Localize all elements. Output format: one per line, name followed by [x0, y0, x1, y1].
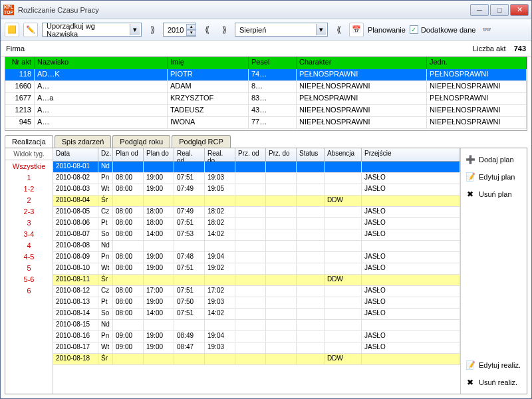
col-przod[interactable]: Prz. od: [235, 148, 266, 161]
delete-icon: ✖: [465, 189, 475, 200]
month-prev-button[interactable]: ⟫: [217, 23, 231, 37]
toolbar: 🟨 ✏️ Uporządkuj wg Nazwiska ▾ ⟫ 2010 ▴ ▾…: [1, 19, 531, 41]
minimize-button[interactable]: ─: [470, 4, 489, 16]
maximize-button[interactable]: □: [490, 4, 509, 16]
schedule-row[interactable]: 2010-08-08Nd: [53, 241, 460, 252]
delete-realiz-button[interactable]: ✖Usuń realiz.: [464, 375, 524, 390]
schedule-row[interactable]: 2010-08-03Wt08:0019:0007:4919:05JASŁO: [53, 184, 460, 196]
schedule-row[interactable]: 2010-08-17Wt09:0019:0008:4719:03JASŁO: [53, 342, 460, 354]
schedule-row[interactable]: 2010-08-18ŚrDDW: [53, 354, 460, 365]
employee-row[interactable]: 1677A…aKRZYSZTOF83…PEŁNOSPRAWNIPEŁNOSPRA…: [5, 93, 527, 105]
col-pesel[interactable]: Pesel: [249, 57, 297, 69]
col-planod[interactable]: Plan od: [113, 148, 144, 161]
schedule-row[interactable]: 2010-08-12Cz08:0017:0007:5117:02JASŁO: [53, 286, 460, 297]
tab-podgląd-roku[interactable]: Podgląd roku: [112, 135, 170, 148]
close-button[interactable]: ✕: [510, 4, 529, 16]
schedule-row[interactable]: 2010-08-04ŚrDDW: [53, 196, 460, 207]
schedule-row[interactable]: 2010-08-02Pn08:0019:0007:5119:03JASŁO: [53, 173, 460, 184]
col-absencja[interactable]: Absencja: [325, 148, 362, 161]
year-input[interactable]: 2010 ▴ ▾: [163, 23, 196, 37]
delete-icon: ✖: [465, 377, 475, 388]
year-next-button[interactable]: ⟪: [200, 23, 213, 37]
extra-data-checkbox[interactable]: ✓ Dodatkowe dane: [410, 25, 476, 34]
col-status[interactable]: Status: [297, 148, 325, 161]
app-window: KPLTOP Rozliczanie Czasu Pracy ─ □ ✕ 🟨 ✏…: [0, 0, 532, 399]
employee-row[interactable]: 945A…IWONA77…NIEPEŁNOSPRAWNINIEPEŁNOSPRA…: [5, 117, 527, 129]
firm-row: Firma Liczba akt 743: [1, 41, 531, 57]
col-realod[interactable]: Real. od: [174, 148, 205, 161]
filter-button-1[interactable]: 🟨: [5, 23, 19, 37]
week-item[interactable]: 2: [13, 194, 46, 205]
delete-plan-button[interactable]: ✖Usuń plan: [464, 187, 524, 201]
extra-data-label: Dodatkowe dane: [421, 26, 476, 34]
employee-rows[interactable]: 118AD…KPIOTR74…PEŁNOSPRAWNIPEŁNOSPRAWNI1…: [5, 69, 527, 130]
col-przejscie[interactable]: Przejście: [362, 148, 460, 161]
employee-row[interactable]: 118AD…KPIOTR74…PEŁNOSPRAWNIPEŁNOSPRAWNI: [5, 69, 527, 81]
year-up-button[interactable]: ▴: [186, 24, 196, 30]
schedule-row[interactable]: 2010-08-15Nd: [53, 320, 460, 331]
employee-row[interactable]: 1660A…ADAM8…NIEPEŁNOSPRAWNINIEPEŁNOSPRAW…: [5, 81, 527, 93]
month-next-button[interactable]: ⟪: [332, 23, 345, 37]
checkbox-icon: ✓: [410, 25, 418, 34]
edit-plan-button[interactable]: 📝Edytuj plan: [464, 170, 524, 184]
schedule-row[interactable]: 2010-08-13Pt08:0019:0007:5019:03JASŁO: [53, 297, 460, 309]
schedule-area: Data Dz. Plan od Plan do Real. od Real. …: [53, 148, 527, 394]
col-jedn[interactable]: Jedn.: [427, 57, 527, 69]
schedule-row[interactable]: 2010-08-11ŚrDDW: [53, 275, 460, 286]
schedule-row[interactable]: 2010-08-09Pn08:0019:0007:4819:04JASŁO: [53, 252, 460, 263]
schedule-row[interactable]: 2010-08-05Cz08:0018:0007:4918:02JASŁO: [53, 207, 460, 218]
week-item[interactable]: 3-4: [13, 228, 46, 239]
schedule-row[interactable]: 2010-08-07So08:0014:0007:5314:02JASŁO: [53, 229, 460, 241]
add-icon: ➕: [465, 154, 475, 165]
edit-icon: 📝: [465, 172, 475, 182]
firm-label: Firma: [6, 45, 25, 53]
week-item[interactable]: 1-2: [13, 183, 46, 194]
week-item[interactable]: 4-5: [13, 251, 46, 262]
window-title: Rozliczanie Czasu Pracy: [18, 6, 470, 14]
chevron-down-icon: ▾: [130, 24, 140, 35]
tab-spis-zdarzeń[interactable]: Spis zdarzeń: [55, 135, 112, 148]
planning-label[interactable]: Planowanie: [368, 26, 406, 34]
calendar-icon[interactable]: 📅: [349, 23, 364, 37]
year-down-button[interactable]: ▾: [186, 30, 196, 36]
glasses-icon[interactable]: 👓: [479, 23, 494, 37]
action-panel: ➕Dodaj plan 📝Edytuj plan ✖Usuń plan 📝Edy…: [460, 148, 527, 394]
edit-realiz-button[interactable]: 📝Edytuj realiz.: [464, 358, 524, 372]
schedule-row[interactable]: 2010-08-10Wt08:0019:0007:5119:02JASŁO: [53, 263, 460, 275]
col-przdo[interactable]: Prz. do: [266, 148, 297, 161]
schedule-row[interactable]: 2010-08-14So08:0014:0007:5114:02JASŁO: [53, 309, 460, 320]
week-item[interactable]: 4: [13, 239, 46, 251]
chevron-down-icon: ▾: [316, 24, 326, 35]
col-dz[interactable]: Dz.: [98, 148, 113, 161]
year-prev-button[interactable]: ⟫: [146, 23, 159, 37]
filter-button-2[interactable]: ✏️: [23, 23, 38, 37]
week-item[interactable]: 1: [13, 172, 46, 183]
app-icon: KPLTOP: [3, 5, 14, 15]
schedule-row[interactable]: 2010-08-01Nd: [53, 162, 460, 173]
employee-row[interactable]: 1213A…TADEUSZ43…NIEPEŁNOSPRAWNINIEPEŁNOS…: [5, 105, 527, 117]
col-nazwisko[interactable]: Nazwisko: [35, 57, 168, 69]
sort-combo-text: Uporządkuj wg Nazwiska: [44, 22, 130, 38]
tab-podgląd-rcp[interactable]: Podgląd RCP: [172, 135, 231, 148]
month-combo[interactable]: Sierpień ▾: [235, 23, 328, 37]
schedule-rows[interactable]: 2010-08-01Nd2010-08-02Pn08:0019:0007:511…: [53, 162, 460, 394]
sort-combo[interactable]: Uporządkuj wg Nazwiska ▾: [42, 23, 142, 37]
col-data[interactable]: Data: [53, 148, 98, 161]
week-item[interactable]: 3: [13, 217, 46, 228]
col-plando[interactable]: Plan do: [144, 148, 174, 161]
tab-realizacja[interactable]: Realizacja: [5, 135, 53, 148]
add-plan-button[interactable]: ➕Dodaj plan: [464, 152, 524, 167]
schedule-row[interactable]: 2010-08-16Pn09:0019:0008:4919:04JASŁO: [53, 331, 460, 342]
col-realdo[interactable]: Real. do: [205, 148, 235, 161]
col-charakter[interactable]: Charakter: [297, 57, 427, 69]
week-item[interactable]: 6: [13, 285, 46, 296]
week-item[interactable]: Wszystkie: [13, 160, 46, 172]
edit-icon: 📝: [465, 360, 475, 370]
col-nr[interactable]: Nr akt: [5, 57, 35, 69]
week-item[interactable]: 2-3: [13, 205, 46, 217]
schedule-row[interactable]: 2010-08-06Pt08:0018:0007:5118:02JASŁO: [53, 218, 460, 229]
week-item[interactable]: 5-6: [13, 273, 46, 285]
col-imie[interactable]: Imię: [168, 57, 249, 69]
titlebar: KPLTOP Rozliczanie Czasu Pracy ─ □ ✕: [1, 1, 531, 19]
week-item[interactable]: 5: [13, 262, 46, 273]
